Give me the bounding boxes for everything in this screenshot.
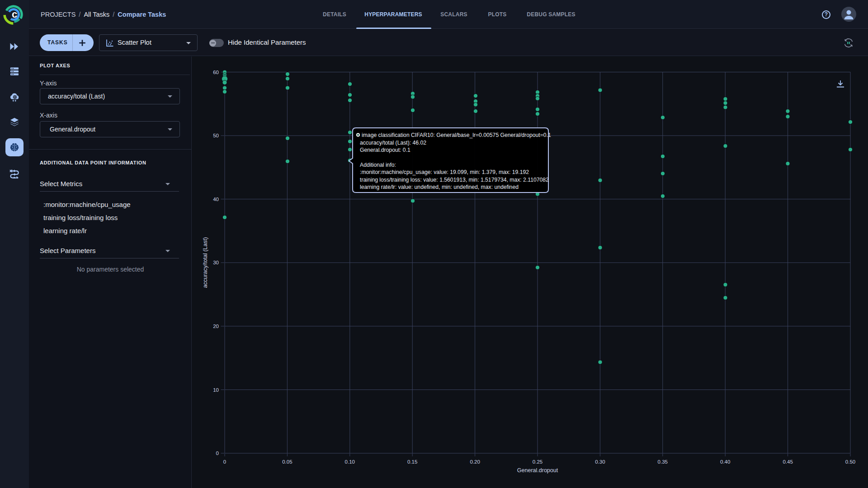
svg-text:Additional info:: Additional info: bbox=[360, 162, 396, 168]
svg-text:0.45: 0.45 bbox=[783, 459, 793, 465]
svg-text:0.10: 0.10 bbox=[345, 459, 355, 465]
svg-text:10: 10 bbox=[213, 387, 219, 393]
svg-text:c: c bbox=[12, 9, 17, 20]
svg-text:training loss/training loss: v: training loss/training loss: value: 1.56… bbox=[360, 177, 549, 183]
svg-text:0.05: 0.05 bbox=[282, 459, 292, 465]
svg-text:0.40: 0.40 bbox=[720, 459, 730, 465]
svg-text:0.35: 0.35 bbox=[658, 459, 668, 465]
svg-text:0.30: 0.30 bbox=[595, 459, 605, 465]
svg-text:0.20: 0.20 bbox=[470, 459, 480, 465]
svg-text::monitor:machine/cpu_usage: va: :monitor:machine/cpu_usage: value: 19.09… bbox=[360, 169, 529, 175]
svg-text:0.50: 0.50 bbox=[845, 459, 855, 465]
svg-text:30: 30 bbox=[213, 260, 219, 265]
svg-text:0.25: 0.25 bbox=[533, 459, 542, 465]
svg-text:General.dropout: 0.1: General.dropout: 0.1 bbox=[360, 147, 410, 153]
svg-text:20: 20 bbox=[213, 324, 219, 329]
svg-text:accuracy/total (Last): 46.02: accuracy/total (Last): 46.02 bbox=[360, 140, 426, 146]
svg-text:0: 0 bbox=[223, 459, 226, 465]
svg-text:image classification CIFAR10:: image classification CIFAR10: General/ba… bbox=[362, 132, 551, 138]
svg-text:learning rate/lr: value: undef: learning rate/lr: value: undefined, min:… bbox=[360, 184, 519, 190]
svg-text:0.15: 0.15 bbox=[407, 459, 417, 465]
svg-text:60: 60 bbox=[213, 70, 219, 75]
svg-text:50: 50 bbox=[213, 133, 219, 138]
svg-text:accuracy/total (Last): accuracy/total (Last) bbox=[202, 237, 208, 288]
svg-text:0: 0 bbox=[216, 450, 219, 456]
svg-text:General.dropout: General.dropout bbox=[517, 467, 558, 474]
svg-text:40: 40 bbox=[213, 197, 219, 202]
